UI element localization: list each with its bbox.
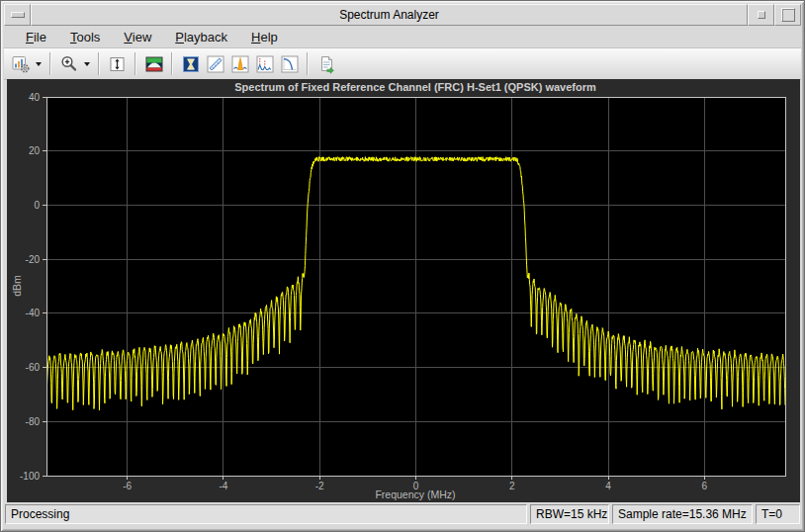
toolbar bbox=[4, 48, 801, 80]
zoom-button[interactable] bbox=[56, 51, 81, 76]
scale-axes-button[interactable] bbox=[105, 51, 130, 76]
minimize-button[interactable] bbox=[748, 4, 774, 26]
spectrum-analyzer-window: Spectrum Analyzer File Tools View Playba… bbox=[0, 0, 805, 532]
toolbar-separator bbox=[49, 52, 51, 75]
spectrum-plot[interactable]: -6-4-2024640200-20-40-60-80-100 Spectrum… bbox=[7, 79, 800, 502]
statusbar: Processing RBW=15 kHz Sample rate=15.36 … bbox=[5, 500, 800, 528]
peak-icon bbox=[230, 54, 250, 74]
x-tick-label: 2 bbox=[509, 481, 515, 491]
x-tick-label: -2 bbox=[315, 481, 324, 491]
x-tick-label: 6 bbox=[702, 481, 708, 491]
plot-title: Spectrum of Fixed Reference Channel (FRC… bbox=[234, 81, 596, 93]
spectrum-icon bbox=[144, 54, 164, 74]
generate-script-button[interactable] bbox=[313, 51, 338, 76]
menu-view[interactable]: View bbox=[121, 27, 154, 47]
ccdf-icon bbox=[280, 54, 300, 74]
configuration-properties-dropdown[interactable] bbox=[33, 51, 45, 76]
dropdown-arrow-icon bbox=[36, 62, 42, 66]
axes-span-icon bbox=[108, 54, 128, 74]
ccdf-measurements-button[interactable] bbox=[277, 51, 302, 76]
y-tick-label: 0 bbox=[34, 200, 40, 211]
zoom-dropdown[interactable] bbox=[81, 51, 93, 76]
menubar: File Tools View Playback Help bbox=[4, 26, 801, 48]
y-tick-label: -20 bbox=[26, 254, 41, 265]
distortion-measurements-button[interactable] bbox=[252, 51, 277, 76]
y-tick-label: -100 bbox=[20, 471, 40, 482]
status-panel: Processing bbox=[5, 504, 527, 524]
document-export-icon bbox=[316, 54, 336, 74]
time-panel: T=0 bbox=[756, 504, 800, 524]
status-text: Processing bbox=[11, 507, 69, 521]
toolbar-separator bbox=[134, 52, 136, 75]
y-tick-label: -80 bbox=[26, 416, 41, 427]
window-title: Spectrum Analyzer bbox=[339, 8, 439, 22]
y-tick-label: 40 bbox=[29, 92, 41, 103]
cursor-measurements-button[interactable] bbox=[203, 51, 227, 76]
window-menu-button[interactable] bbox=[4, 4, 31, 26]
mask-icon bbox=[181, 54, 201, 74]
toolbar-separator bbox=[171, 52, 173, 75]
maximize-icon bbox=[781, 8, 795, 22]
minimize-icon bbox=[758, 11, 765, 19]
x-tick-label: 4 bbox=[605, 481, 611, 491]
menu-playback[interactable]: Playback bbox=[172, 27, 230, 47]
toolbar-separator bbox=[98, 52, 100, 75]
chart-gear-icon bbox=[11, 54, 31, 74]
window-menu-icon bbox=[11, 12, 25, 18]
y-tick-label: -40 bbox=[26, 308, 41, 318]
dropdown-arrow-icon bbox=[84, 62, 90, 66]
configuration-properties-button[interactable] bbox=[8, 51, 33, 76]
y-tick-label: 20 bbox=[29, 145, 41, 156]
menu-file[interactable]: File bbox=[23, 27, 49, 47]
ruler-icon bbox=[206, 54, 225, 74]
titlebar: Spectrum Analyzer bbox=[4, 4, 801, 26]
rbw-panel: RBW=15 kHz bbox=[530, 504, 609, 524]
y-tick-label: -60 bbox=[26, 362, 41, 373]
y-axis-label: dBm bbox=[11, 275, 23, 297]
time-value: T=0 bbox=[761, 507, 782, 521]
rbw-value: RBW=15 kHz bbox=[536, 507, 607, 521]
maximize-button[interactable] bbox=[774, 4, 801, 26]
sample-rate-value: Sample rate=15.36 MHz bbox=[618, 507, 747, 521]
spectral-mask-button[interactable] bbox=[178, 51, 203, 76]
zoom-in-icon bbox=[59, 54, 79, 74]
x-axis-label: Frequency (MHz) bbox=[375, 488, 455, 500]
spectrum-settings-button[interactable] bbox=[141, 51, 166, 76]
peak-finder-button[interactable] bbox=[227, 51, 252, 76]
menu-help[interactable]: Help bbox=[248, 27, 281, 47]
menu-tools[interactable]: Tools bbox=[67, 27, 103, 47]
window-title-area[interactable]: Spectrum Analyzer bbox=[31, 4, 748, 26]
x-tick-label: -4 bbox=[220, 481, 228, 491]
sample-rate-panel: Sample rate=15.36 MHz bbox=[612, 504, 753, 524]
spectrum-figure: -6-4-2024640200-20-40-60-80-100 Spectrum… bbox=[7, 79, 800, 502]
toolbar-separator bbox=[307, 52, 309, 75]
x-tick-label: -6 bbox=[123, 481, 132, 491]
distortion-icon bbox=[255, 54, 275, 74]
